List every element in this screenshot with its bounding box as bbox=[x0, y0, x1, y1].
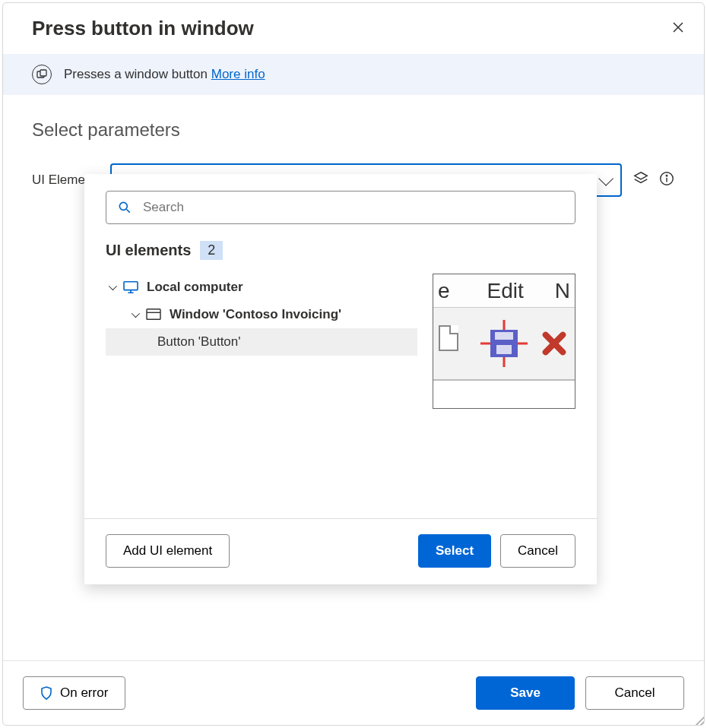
more-info-link[interactable]: More info bbox=[211, 67, 265, 81]
resize-grip[interactable] bbox=[693, 714, 704, 725]
preview-char: e bbox=[438, 279, 450, 303]
info-icon[interactable] bbox=[658, 170, 675, 190]
picker-cancel-button[interactable]: Cancel bbox=[500, 534, 575, 568]
tree-node-label: Window 'Contoso Invoicing' bbox=[170, 307, 341, 322]
chevron-down-icon bbox=[132, 309, 140, 318]
ui-element-picker: UI elements 2 Local computer Window 'Con… bbox=[84, 174, 597, 584]
action-info-icon bbox=[32, 65, 52, 84]
computer-icon bbox=[122, 280, 139, 294]
shield-icon bbox=[40, 686, 52, 700]
save-icon bbox=[490, 330, 518, 357]
search-icon bbox=[117, 200, 132, 215]
layers-icon[interactable] bbox=[632, 170, 649, 190]
tree-node-label: Button 'Button' bbox=[157, 334, 241, 350]
window-icon bbox=[145, 308, 162, 321]
preview-char: N bbox=[555, 279, 570, 303]
target-highlight-icon bbox=[480, 320, 528, 367]
element-preview: e Edit N bbox=[433, 274, 575, 409]
search-box[interactable] bbox=[106, 191, 575, 224]
svg-rect-1 bbox=[40, 70, 46, 76]
on-error-button[interactable]: On error bbox=[23, 676, 125, 710]
tree-node-window[interactable]: Window 'Contoso Invoicing' bbox=[106, 301, 417, 328]
save-button[interactable]: Save bbox=[476, 676, 575, 710]
info-text: Presses a window button bbox=[64, 67, 211, 81]
on-error-label: On error bbox=[60, 685, 108, 701]
chevron-down-icon bbox=[109, 282, 117, 290]
dialog-title: Press button in window bbox=[32, 17, 666, 40]
chevron-down-icon bbox=[598, 171, 613, 186]
svg-rect-5 bbox=[124, 282, 138, 290]
close-icon[interactable] bbox=[666, 17, 690, 40]
svg-point-4 bbox=[119, 202, 127, 210]
tree-node-computer[interactable]: Local computer bbox=[106, 274, 417, 301]
info-bar: Presses a window button More info bbox=[3, 54, 704, 95]
add-ui-element-button[interactable]: Add UI element bbox=[106, 534, 230, 568]
section-title: Select parameters bbox=[32, 119, 675, 141]
svg-point-3 bbox=[666, 176, 667, 176]
tree-node-button[interactable]: Button 'Button' bbox=[106, 328, 417, 356]
ui-elements-count: 2 bbox=[200, 241, 223, 260]
search-input[interactable] bbox=[141, 199, 564, 216]
delete-icon bbox=[539, 328, 569, 359]
document-icon bbox=[439, 325, 469, 362]
cancel-button[interactable]: Cancel bbox=[585, 676, 684, 710]
svg-rect-6 bbox=[147, 309, 160, 320]
select-button[interactable]: Select bbox=[418, 534, 491, 568]
preview-menu-edit: Edit bbox=[461, 279, 550, 303]
ui-elements-heading: UI elements bbox=[106, 242, 191, 259]
tree-node-label: Local computer bbox=[147, 280, 243, 295]
